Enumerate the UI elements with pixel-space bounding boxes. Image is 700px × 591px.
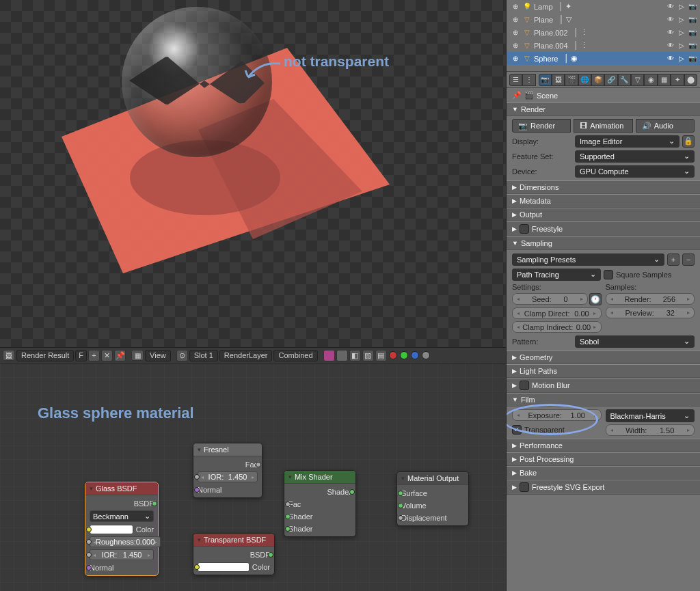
glass-color-field[interactable] xyxy=(90,525,133,534)
channel-color-button[interactable] xyxy=(323,350,335,361)
pattern-select[interactable]: Sobol⌄ xyxy=(575,335,695,348)
panel-freestyle-head[interactable]: ▶Freestyle xyxy=(507,221,700,236)
node-header[interactable]: ▾Glass BSDF xyxy=(85,482,158,495)
channel-z-button[interactable]: ◧ xyxy=(349,350,361,361)
outliner-item-plane004[interactable]: ⊕▽Plane.004│ ⋮ 👁▷📷 xyxy=(507,39,700,52)
tab-physics[interactable]: ⬤ xyxy=(684,74,697,86)
transparent-checkbox[interactable] xyxy=(512,425,522,435)
pin-icon[interactable]: 📌 xyxy=(512,91,522,100)
pixel-filter-select[interactable]: Blackman-Harris⌄ xyxy=(606,409,695,422)
tab-material[interactable]: ◉ xyxy=(644,74,657,86)
integrator-select[interactable]: Path Tracing⌄ xyxy=(512,269,601,281)
outliner[interactable]: ⊕💡Lamp│ ✦ 👁▷📷 ⊕▽Plane│ ▽ 👁▷📷 ⊕▽Plane.002… xyxy=(507,0,700,72)
tab-data[interactable]: ▽ xyxy=(631,74,644,86)
editor-type-icon[interactable]: 🖼 xyxy=(3,350,15,361)
glass-ior-field[interactable]: ◂IOR:1.450▸ xyxy=(90,549,154,560)
panel-sampling-head[interactable]: ▼Sampling xyxy=(507,236,700,250)
outliner-item-sphere[interactable]: ⊕▽Sphere│ ◉ 👁▷📷 xyxy=(507,52,700,65)
tab-constraints[interactable]: 🔗 xyxy=(604,74,617,86)
outliner-item-plane[interactable]: ⊕▽Plane│ ▽ 👁▷📷 xyxy=(507,13,700,26)
tab-scene[interactable]: 🎬 xyxy=(565,74,578,86)
node-material-output[interactable]: ▾Material Output Surface Volume Displace… xyxy=(396,471,469,526)
tab-render-presets[interactable]: ☰ xyxy=(509,74,522,86)
panel-postproc-head[interactable]: ▶Post Processing xyxy=(507,452,700,466)
clamp-direct-field[interactable]: ◂Clamp Direct:0.00▸ xyxy=(512,307,602,319)
properties-panel[interactable]: 📌 🎬Scene ▼Render 📷 Render 🎞 Animation 🔊 … xyxy=(507,88,700,591)
preset-add-button[interactable]: + xyxy=(667,253,679,266)
panel-output-head[interactable]: ▶Output xyxy=(507,208,700,221)
render-samples-field[interactable]: ◂Render:256▸ xyxy=(606,293,695,305)
seed-clock-button[interactable]: 🕐 xyxy=(589,293,602,305)
unlink-button[interactable]: ✕ xyxy=(101,350,113,361)
tab-render[interactable]: 📷 xyxy=(539,74,552,86)
display-select[interactable]: Image Editor⌄ xyxy=(575,135,679,148)
outliner-item-lamp[interactable]: ⊕💡Lamp│ ✦ 👁▷📷 xyxy=(507,0,700,13)
pivot-button[interactable]: ⊙ xyxy=(176,350,188,361)
exposure-field[interactable]: ◂Exposure:1.00▸ xyxy=(512,409,602,421)
panel-motionblur-head[interactable]: ▶Motion Blur xyxy=(507,378,700,393)
panel-render-head[interactable]: ▼Render xyxy=(507,102,700,116)
filter-width-field[interactable]: ◂Width:1.50▸ xyxy=(606,424,695,436)
visibility-icon[interactable]: 👁 xyxy=(666,3,675,10)
image-selector[interactable]: Render Result xyxy=(16,350,74,361)
preview-samples-field[interactable]: ◂Preview:32▸ xyxy=(606,307,695,318)
panel-film-head[interactable]: ▼Film xyxy=(507,393,700,407)
transparent-color-field[interactable] xyxy=(198,562,250,572)
tab-layers[interactable]: 🖼 xyxy=(552,74,565,86)
tab-modifiers[interactable]: 🔧 xyxy=(618,74,631,86)
node-fresnel[interactable]: ▾Fresnel Fac ◂IOR:1.450▸ Normal xyxy=(193,443,262,498)
node-editor[interactable]: Glass sphere material ▾Glass BSDF BSDF B… xyxy=(0,363,506,591)
tab-particles[interactable]: ✦ xyxy=(671,74,684,86)
tab-texture[interactable]: ▦ xyxy=(658,74,671,86)
featureset-select[interactable]: Supported⌄ xyxy=(575,150,695,163)
tab-gap[interactable]: ⋮ xyxy=(522,74,535,86)
node-header[interactable]: ▾Transparent BSDF xyxy=(193,534,274,547)
animation-button[interactable]: 🎞 Animation xyxy=(574,119,632,133)
tab-object[interactable]: 📦 xyxy=(591,74,604,86)
scope-blue-icon[interactable] xyxy=(411,351,419,359)
render-viewport[interactable]: not transparent xyxy=(0,0,506,347)
audio-button[interactable]: 🔊 Audio xyxy=(636,119,695,133)
svg-export-checkbox[interactable] xyxy=(520,482,529,492)
node-glass-bsdf[interactable]: ▾Glass BSDF BSDF Beckmann⌄ Color ◂Roughn… xyxy=(85,482,159,576)
scope-luma-icon[interactable] xyxy=(422,351,430,359)
selectable-icon[interactable]: ▷ xyxy=(677,3,686,10)
display-button[interactable]: ▤ xyxy=(375,350,387,361)
panel-dimensions-head[interactable]: ▶Dimensions xyxy=(507,180,700,194)
view-menu[interactable]: View xyxy=(145,350,171,361)
device-select[interactable]: GPU Compute⌄ xyxy=(575,165,695,178)
panel-svg-head[interactable]: ▶Freestyle SVG Export xyxy=(507,480,700,495)
node-mix-shader[interactable]: ▾Mix Shader Shader Fac Shader Shader xyxy=(284,470,356,537)
motionblur-checkbox[interactable] xyxy=(520,381,529,390)
fresnel-ior-field[interactable]: ◂IOR:1.450▸ xyxy=(198,471,258,482)
channel-alpha-button[interactable] xyxy=(336,350,348,361)
outliner-item-plane002[interactable]: ⊕▽Plane.002│ ⋮ 👁▷📷 xyxy=(507,26,700,39)
add-image-button[interactable]: + xyxy=(88,350,100,361)
node-header[interactable]: ▾Fresnel xyxy=(193,443,262,456)
channel-r-button[interactable]: ▨ xyxy=(362,350,374,361)
glass-roughness-field[interactable]: ◂Roughness:0.000▸ xyxy=(90,536,161,547)
tab-world[interactable]: 🌐 xyxy=(578,74,591,86)
node-transparent-bsdf[interactable]: ▾Transparent BSDF BSDF Color xyxy=(193,533,275,575)
preset-remove-button[interactable]: − xyxy=(682,253,695,266)
view-icon[interactable]: ▦ xyxy=(131,350,144,361)
freestyle-checkbox[interactable] xyxy=(520,224,529,234)
renderable-icon[interactable]: 📷 xyxy=(688,3,697,10)
lock-ui-button[interactable]: 🔒 xyxy=(682,135,695,148)
panel-geometry-head[interactable]: ▶Geometry xyxy=(507,351,700,364)
node-header[interactable]: ▾Material Output xyxy=(397,472,468,485)
node-header[interactable]: ▾Mix Shader xyxy=(284,471,355,484)
scope-red-icon[interactable] xyxy=(389,351,397,359)
fake-user-button[interactable]: F xyxy=(75,350,87,361)
clamp-indirect-field[interactable]: ◂Clamp Indirect:0.00▸ xyxy=(512,321,602,333)
panel-metadata-head[interactable]: ▶Metadata xyxy=(507,194,700,208)
seed-field[interactable]: ◂Seed:0▸ xyxy=(512,293,588,305)
pin-button[interactable]: 📌 xyxy=(114,350,126,361)
panel-performance-head[interactable]: ▶Performance xyxy=(507,439,700,452)
scope-green-icon[interactable] xyxy=(400,351,408,359)
pass-selector[interactable]: Combined xyxy=(273,350,317,361)
panel-bake-head[interactable]: ▶Bake xyxy=(507,466,700,480)
square-samples-checkbox[interactable] xyxy=(604,270,613,279)
sampling-presets-select[interactable]: Sampling Presets⌄ xyxy=(512,253,664,266)
glass-distribution-select[interactable]: Beckmann⌄ xyxy=(90,510,154,522)
